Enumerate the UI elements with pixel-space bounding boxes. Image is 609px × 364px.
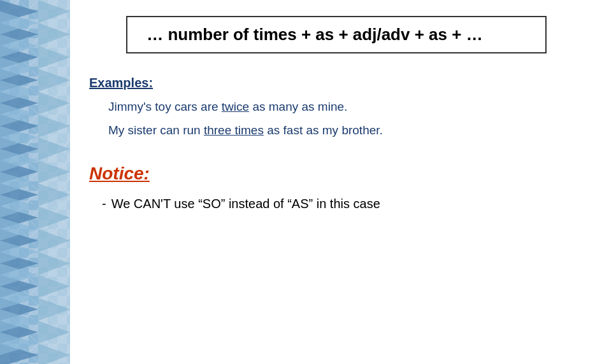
notice-dash: - [102, 197, 106, 211]
examples-section: Examples: Jimmy's toy cars are twice as … [89, 76, 584, 144]
example-1: Jimmy's toy cars are twice as many as mi… [108, 98, 584, 116]
formula-text: … number of times + as + adj/adv + as + … [147, 25, 482, 44]
notice-item-1: - We CAN'T use “SO” instead of “AS” in t… [102, 197, 584, 211]
example-1-after: as many as mine. [249, 100, 347, 113]
examples-label: Examples: [89, 76, 584, 90]
example-2-after: as fast as my brother. [264, 123, 383, 137]
formula-box: … number of times + as + adj/adv + as + … [126, 16, 547, 53]
notice-label: Notice: [89, 164, 584, 184]
main-content: … number of times + as + adj/adv + as + … [70, 0, 609, 364]
example-1-underlined: twice [222, 100, 249, 113]
example-2-underlined: three times [204, 123, 264, 137]
notice-section: Notice: - We CAN'T use “SO” instead of “… [89, 164, 584, 211]
example-2-before: My sister can run [108, 123, 204, 137]
notice-text: We CAN'T use “SO” instead of “AS” in thi… [111, 197, 380, 211]
example-2: My sister can run three times as fast as… [108, 122, 584, 140]
decorative-border [0, 0, 70, 364]
example-1-before: Jimmy's toy cars are [108, 100, 222, 113]
